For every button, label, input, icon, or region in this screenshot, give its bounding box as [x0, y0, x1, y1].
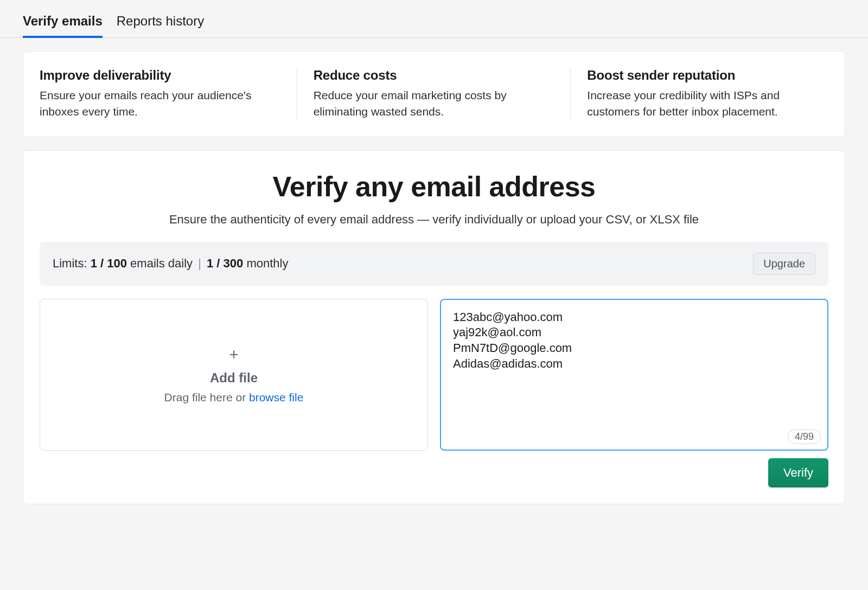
- benefit-text: Increase your credibility with ISPs and …: [587, 87, 828, 120]
- limits-daily-suffix: emails daily: [127, 256, 193, 270]
- limits-bar: Limits: 1 / 100 emails daily | 1 / 300 m…: [40, 242, 828, 286]
- emails-counter: 4/99: [788, 429, 821, 444]
- emails-textarea-wrap: 4/99: [440, 299, 828, 451]
- tabs-bar: Verify emails Reports history: [0, 0, 868, 38]
- page-content: Improve deliverability Ensure your email…: [0, 38, 868, 504]
- benefit-text: Reduce your email marketing costs by eli…: [314, 87, 554, 120]
- limits-monthly-total: 300: [224, 256, 244, 270]
- limits-daily-total: 100: [107, 256, 127, 270]
- benefit-boost-reputation: Boost sender reputation Increase your cr…: [571, 68, 845, 120]
- upgrade-button[interactable]: Upgrade: [753, 253, 815, 275]
- add-file-label: Add file: [210, 370, 258, 386]
- benefit-deliverability: Improve deliverability Ensure your email…: [23, 68, 297, 120]
- limits-daily-used: 1: [91, 256, 97, 270]
- browse-file-link[interactable]: browse file: [249, 391, 303, 403]
- tab-verify-emails[interactable]: Verify emails: [23, 4, 103, 37]
- benefit-title: Reduce costs: [314, 68, 554, 83]
- drag-prefix: Drag file here or: [164, 391, 249, 403]
- inputs-row: + Add file Drag file here or browse file…: [40, 299, 828, 451]
- limits-text: Limits: 1 / 100 emails daily | 1 / 300 m…: [53, 256, 288, 271]
- drag-hint: Drag file here or browse file: [164, 391, 304, 404]
- plus-icon: +: [229, 345, 239, 364]
- limits-prefix: Limits:: [53, 256, 91, 270]
- limits-monthly-suffix: monthly: [243, 256, 288, 270]
- benefit-title: Improve deliverability: [40, 68, 280, 83]
- tab-reports-history[interactable]: Reports history: [117, 4, 204, 37]
- benefits-card: Improve deliverability Ensure your email…: [23, 51, 845, 137]
- benefit-title: Boost sender reputation: [587, 68, 828, 83]
- page-subtitle: Ensure the authenticity of every email a…: [40, 213, 828, 227]
- actions-row: Verify: [40, 458, 828, 488]
- page-title: Verify any email address: [40, 170, 828, 203]
- verify-button[interactable]: Verify: [768, 458, 828, 488]
- benefit-text: Ensure your emails reach your audience's…: [40, 87, 280, 120]
- emails-textarea[interactable]: [441, 300, 827, 450]
- file-dropzone[interactable]: + Add file Drag file here or browse file: [40, 299, 428, 451]
- benefit-reduce-costs: Reduce costs Reduce your email marketing…: [297, 68, 571, 120]
- limits-monthly-used: 1: [207, 256, 213, 270]
- verify-card: Verify any email address Ensure the auth…: [23, 150, 845, 504]
